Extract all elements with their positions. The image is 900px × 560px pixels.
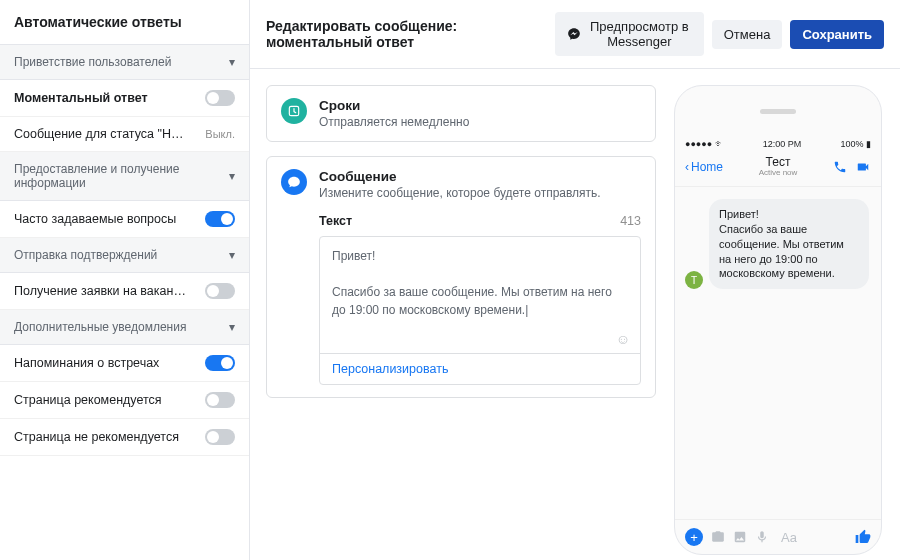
status-off: Выкл. [205, 128, 235, 140]
sidebar-section-greeting[interactable]: Приветствие пользователей ▾ [0, 45, 249, 80]
back-button[interactable]: ‹ Home [685, 160, 723, 174]
toggle-rec-no[interactable] [205, 429, 235, 445]
sidebar: Автоматические ответы Приветствие пользо… [0, 0, 250, 560]
section-label: Дополнительные уведомления [14, 320, 186, 334]
phone-frame: ●●●●● ⁠ᯤ 12:00 PM 100% ▮ ‹ Home Тест Act… [674, 85, 882, 555]
sidebar-item-label: Напоминания о встречах [14, 356, 159, 370]
timing-title: Сроки [319, 98, 469, 113]
sidebar-item-remind[interactable]: Напоминания о встречах [0, 345, 249, 382]
toggle-job[interactable] [205, 283, 235, 299]
chevron-left-icon: ‹ [685, 160, 689, 174]
editor: Сроки Отправляется немедленно Сообщение … [266, 85, 656, 544]
chevron-down-icon: ▾ [229, 169, 235, 183]
sidebar-item-label: Сообщение для статуса "Нет на ме... [14, 127, 189, 141]
chat-icon [281, 169, 307, 195]
status-time: 12:00 PM [763, 139, 802, 149]
toggle-rec-yes[interactable] [205, 392, 235, 408]
phone-input-bar: + Aa [675, 519, 881, 554]
message-text[interactable]: Привет! Спасибо за ваше сообщение. Мы от… [320, 237, 640, 329]
message-sub: Измените сообщение, которое будете отпра… [319, 186, 601, 200]
chat-body: T Привет! Спасибо за ваше сообщение. Мы … [675, 187, 881, 519]
sidebar-item-label: Получение заявки на вакансию [14, 284, 189, 298]
sidebar-item-label: Страница не рекомендуется [14, 430, 179, 444]
signal-icon: ●●●●● ⁠ᯤ [685, 139, 724, 149]
sidebar-item-instant[interactable]: Моментальный ответ [0, 80, 249, 117]
thumbs-up-icon[interactable] [855, 529, 871, 545]
save-button[interactable]: Сохранить [790, 20, 884, 49]
phone-notch [675, 86, 881, 136]
camera-icon[interactable] [711, 530, 725, 544]
phone-call-icon[interactable] [833, 160, 847, 174]
sidebar-title: Автоматические ответы [0, 0, 249, 45]
sidebar-section-notify[interactable]: Дополнительные уведомления ▾ [0, 310, 249, 345]
clock-icon [281, 98, 307, 124]
sidebar-item-label: Моментальный ответ [14, 91, 148, 105]
chevron-down-icon: ▾ [229, 320, 235, 334]
input-placeholder[interactable]: Aa [777, 530, 847, 545]
preview-label: Предпросмотр в Messenger [587, 19, 692, 49]
chat-bubble: Привет! Спасибо за ваше сообщение. Мы от… [709, 199, 869, 289]
sidebar-section-confirm[interactable]: Отправка подтверждений ▾ [0, 238, 249, 273]
speaker-icon [760, 109, 796, 114]
section-label: Приветствие пользователей [14, 55, 171, 69]
personalize-button[interactable]: Персонализировать [320, 353, 640, 384]
page-title: Редактировать сообщение: моментальный от… [266, 18, 555, 50]
avatar: T [685, 271, 703, 289]
timing-sub: Отправляется немедленно [319, 115, 469, 129]
main-panel: Редактировать сообщение: моментальный от… [250, 0, 900, 560]
message-title: Сообщение [319, 169, 601, 184]
topbar: Редактировать сообщение: моментальный от… [250, 0, 900, 69]
timing-card: Сроки Отправляется немедленно [266, 85, 656, 142]
sidebar-item-rec-yes[interactable]: Страница рекомендуется [0, 382, 249, 419]
mic-icon[interactable] [755, 530, 769, 544]
sidebar-item-away[interactable]: Сообщение для статуса "Нет на ме... Выкл… [0, 117, 249, 152]
sidebar-item-label: Часто задаваемые вопросы [14, 212, 176, 226]
cancel-button[interactable]: Отмена [712, 20, 783, 49]
phone-preview: ●●●●● ⁠ᯤ 12:00 PM 100% ▮ ‹ Home Тест Act… [672, 85, 884, 544]
char-count: 413 [620, 214, 641, 228]
sidebar-item-rec-no[interactable]: Страница не рекомендуется [0, 419, 249, 456]
battery-icon: 100% ▮ [840, 139, 871, 149]
sidebar-section-info[interactable]: Предоставление и получение информации ▾ [0, 152, 249, 201]
phone-statusbar: ●●●●● ⁠ᯤ 12:00 PM 100% ▮ [675, 136, 881, 152]
sidebar-item-label: Страница рекомендуется [14, 393, 162, 407]
section-label: Предоставление и получение информации [14, 162, 229, 190]
section-label: Отправка подтверждений [14, 248, 157, 262]
message-card: Сообщение Измените сообщение, которое бу… [266, 156, 656, 398]
sidebar-item-job[interactable]: Получение заявки на вакансию [0, 273, 249, 310]
toggle-instant[interactable] [205, 90, 235, 106]
picture-icon[interactable] [733, 530, 747, 544]
back-label: Home [691, 160, 723, 174]
emoji-icon[interactable]: ☺ [616, 331, 630, 347]
toggle-faq[interactable] [205, 211, 235, 227]
messenger-icon [567, 27, 581, 41]
sidebar-item-faq[interactable]: Часто задаваемые вопросы [0, 201, 249, 238]
chevron-down-icon: ▾ [229, 55, 235, 69]
phone-header: ‹ Home Тест Active now [675, 152, 881, 187]
contact-status: Active now [759, 169, 798, 178]
text-label: Текст [319, 214, 352, 228]
preview-button[interactable]: Предпросмотр в Messenger [555, 12, 704, 56]
video-call-icon[interactable] [855, 160, 871, 174]
toggle-remind[interactable] [205, 355, 235, 371]
chevron-down-icon: ▾ [229, 248, 235, 262]
message-textarea[interactable]: Привет! Спасибо за ваше сообщение. Мы от… [319, 236, 641, 385]
plus-icon[interactable]: + [685, 528, 703, 546]
